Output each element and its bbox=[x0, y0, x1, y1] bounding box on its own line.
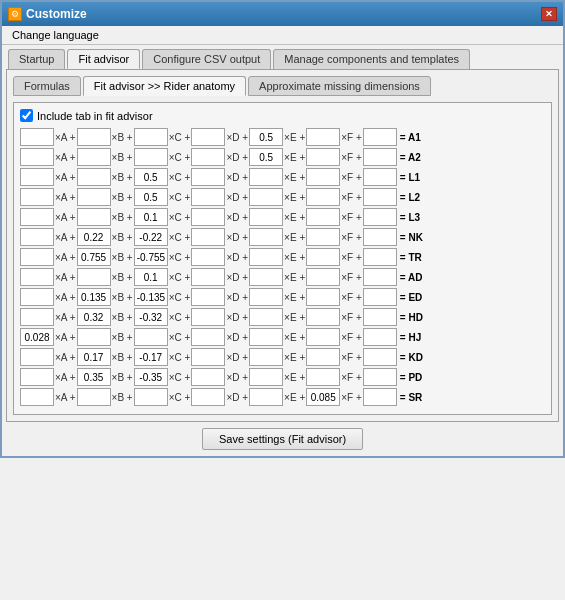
sr-coeff-e[interactable] bbox=[249, 388, 283, 406]
ad-coeff-a[interactable] bbox=[20, 268, 54, 286]
a1-coeff-e[interactable] bbox=[249, 128, 283, 146]
ed-coeff-e[interactable] bbox=[249, 288, 283, 306]
tr-coeff-d[interactable] bbox=[191, 248, 225, 266]
kd-coeff-a[interactable] bbox=[20, 348, 54, 366]
kd-coeff-f[interactable] bbox=[306, 348, 340, 366]
ad-coeff-c[interactable] bbox=[134, 268, 168, 286]
a1-coeff-c[interactable] bbox=[134, 128, 168, 146]
nk-coeff-e[interactable] bbox=[249, 228, 283, 246]
a1-coeff-a[interactable] bbox=[20, 128, 54, 146]
tr-coeff-b[interactable] bbox=[77, 248, 111, 266]
hd-coeff-d[interactable] bbox=[191, 308, 225, 326]
hj-coeff-b[interactable] bbox=[77, 328, 111, 346]
a2-coeff-b[interactable] bbox=[77, 148, 111, 166]
ad-const[interactable] bbox=[363, 268, 397, 286]
hj-coeff-d[interactable] bbox=[191, 328, 225, 346]
a1-const[interactable] bbox=[363, 128, 397, 146]
l3-coeff-a[interactable] bbox=[20, 208, 54, 226]
nk-coeff-d[interactable] bbox=[191, 228, 225, 246]
tab-manage-components[interactable]: Manage components and templates bbox=[273, 49, 470, 69]
ed-coeff-d[interactable] bbox=[191, 288, 225, 306]
l2-coeff-c[interactable] bbox=[134, 188, 168, 206]
l1-coeff-b[interactable] bbox=[77, 168, 111, 186]
ed-coeff-c[interactable] bbox=[134, 288, 168, 306]
tr-coeff-c[interactable] bbox=[134, 248, 168, 266]
pd-coeff-d[interactable] bbox=[191, 368, 225, 386]
l1-coeff-e[interactable] bbox=[249, 168, 283, 186]
l2-coeff-b[interactable] bbox=[77, 188, 111, 206]
a2-coeff-c[interactable] bbox=[134, 148, 168, 166]
l2-coeff-e[interactable] bbox=[249, 188, 283, 206]
a2-const[interactable] bbox=[363, 148, 397, 166]
include-tab-checkbox[interactable] bbox=[20, 109, 33, 122]
sr-coeff-b[interactable] bbox=[77, 388, 111, 406]
l1-coeff-a[interactable] bbox=[20, 168, 54, 186]
hj-coeff-a[interactable] bbox=[20, 328, 54, 346]
l3-coeff-e[interactable] bbox=[249, 208, 283, 226]
sr-coeff-a[interactable] bbox=[20, 388, 54, 406]
tab-formulas[interactable]: Formulas bbox=[13, 76, 81, 96]
ed-coeff-b[interactable] bbox=[77, 288, 111, 306]
a2-coeff-e[interactable] bbox=[249, 148, 283, 166]
l3-coeff-c[interactable] bbox=[134, 208, 168, 226]
hj-const[interactable] bbox=[363, 328, 397, 346]
hj-coeff-e[interactable] bbox=[249, 328, 283, 346]
l3-const[interactable] bbox=[363, 208, 397, 226]
l1-coeff-d[interactable] bbox=[191, 168, 225, 186]
tr-const[interactable] bbox=[363, 248, 397, 266]
hj-coeff-c[interactable] bbox=[134, 328, 168, 346]
tab-fit-advisor[interactable]: Fit advisor bbox=[67, 49, 140, 69]
hd-coeff-a[interactable] bbox=[20, 308, 54, 326]
l1-coeff-f[interactable] bbox=[306, 168, 340, 186]
kd-coeff-d[interactable] bbox=[191, 348, 225, 366]
sr-coeff-c[interactable] bbox=[134, 388, 168, 406]
l2-coeff-d[interactable] bbox=[191, 188, 225, 206]
l1-coeff-c[interactable] bbox=[134, 168, 168, 186]
tab-approximate[interactable]: Approximate missing dimensions bbox=[248, 76, 431, 96]
tr-coeff-f[interactable] bbox=[306, 248, 340, 266]
nk-coeff-f[interactable] bbox=[306, 228, 340, 246]
pd-coeff-e[interactable] bbox=[249, 368, 283, 386]
pd-coeff-b[interactable] bbox=[77, 368, 111, 386]
hd-coeff-b[interactable] bbox=[77, 308, 111, 326]
ad-coeff-d[interactable] bbox=[191, 268, 225, 286]
pd-const[interactable] bbox=[363, 368, 397, 386]
tr-coeff-e[interactable] bbox=[249, 248, 283, 266]
kd-const[interactable] bbox=[363, 348, 397, 366]
tr-coeff-a[interactable] bbox=[20, 248, 54, 266]
a1-coeff-b[interactable] bbox=[77, 128, 111, 146]
nk-coeff-c[interactable] bbox=[134, 228, 168, 246]
ad-coeff-f[interactable] bbox=[306, 268, 340, 286]
sr-coeff-f[interactable] bbox=[306, 388, 340, 406]
tab-rider-anatomy[interactable]: Fit advisor >> Rider anatomy bbox=[83, 76, 246, 96]
a2-coeff-f[interactable] bbox=[306, 148, 340, 166]
close-button[interactable]: ✕ bbox=[541, 7, 557, 21]
tab-configure-csv[interactable]: Configure CSV output bbox=[142, 49, 271, 69]
l2-coeff-f[interactable] bbox=[306, 188, 340, 206]
a1-coeff-f[interactable] bbox=[306, 128, 340, 146]
l2-coeff-a[interactable] bbox=[20, 188, 54, 206]
hd-coeff-c[interactable] bbox=[134, 308, 168, 326]
pd-coeff-f[interactable] bbox=[306, 368, 340, 386]
pd-coeff-a[interactable] bbox=[20, 368, 54, 386]
a1-coeff-d[interactable] bbox=[191, 128, 225, 146]
save-settings-button[interactable]: Save settings (Fit advisor) bbox=[202, 428, 363, 450]
sr-coeff-d[interactable] bbox=[191, 388, 225, 406]
hd-coeff-f[interactable] bbox=[306, 308, 340, 326]
a2-coeff-d[interactable] bbox=[191, 148, 225, 166]
kd-coeff-e[interactable] bbox=[249, 348, 283, 366]
l3-coeff-d[interactable] bbox=[191, 208, 225, 226]
ad-coeff-b[interactable] bbox=[77, 268, 111, 286]
change-language-menu[interactable]: Change language bbox=[8, 27, 103, 43]
nk-coeff-a[interactable] bbox=[20, 228, 54, 246]
l3-coeff-b[interactable] bbox=[77, 208, 111, 226]
ed-const[interactable] bbox=[363, 288, 397, 306]
nk-const[interactable] bbox=[363, 228, 397, 246]
nk-coeff-b[interactable] bbox=[77, 228, 111, 246]
l3-coeff-f[interactable] bbox=[306, 208, 340, 226]
sr-const[interactable] bbox=[363, 388, 397, 406]
kd-coeff-b[interactable] bbox=[77, 348, 111, 366]
tab-startup[interactable]: Startup bbox=[8, 49, 65, 69]
hj-coeff-f[interactable] bbox=[306, 328, 340, 346]
l2-const[interactable] bbox=[363, 188, 397, 206]
